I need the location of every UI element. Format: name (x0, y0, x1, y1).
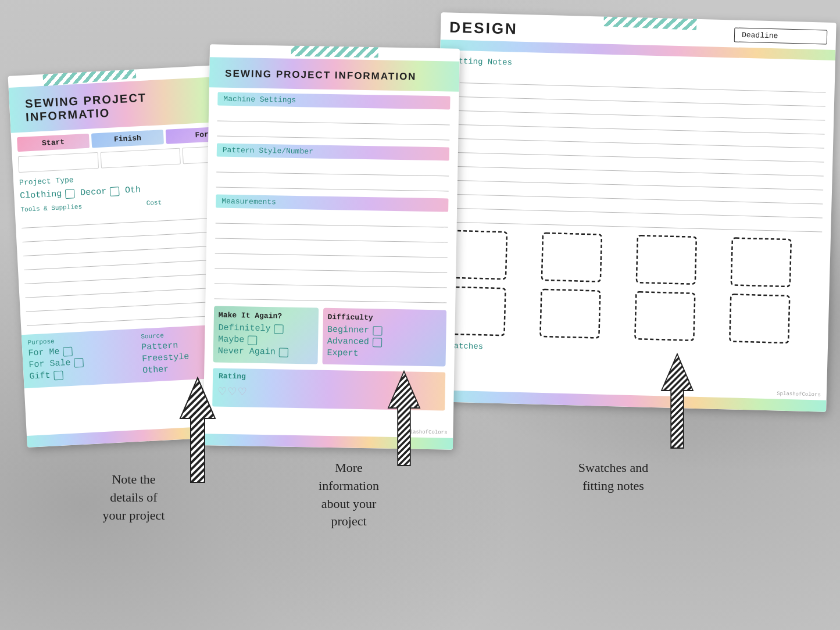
svg-marker-2 (180, 378, 215, 482)
callout-more-info: Moreinformationabout yourproject (285, 459, 413, 531)
decor-checkbox[interactable] (110, 187, 120, 196)
beginner-option[interactable]: Beginner (327, 325, 442, 337)
finish-header: Finish (91, 130, 164, 148)
start-header: Start (17, 134, 90, 152)
for-sale-checkbox[interactable] (74, 357, 84, 367)
maybe-option[interactable]: Maybe (218, 335, 313, 346)
pattern-style-label: Pattern Style/Number (217, 144, 449, 161)
measurements-label: Measurements (216, 195, 448, 212)
swatch-4 (730, 237, 792, 288)
machine-settings-section: Machine Settings (208, 92, 459, 140)
swatch-8 (728, 293, 791, 344)
make-difficulty-row: Make It Again? Definitely Maybe Never Ag… (205, 306, 456, 366)
fitting-lines-area (444, 70, 826, 234)
pattern-style-section: Pattern Style/Number (208, 143, 458, 191)
never-again-option[interactable]: Never Again (218, 346, 313, 358)
beginner-label: Beginner (327, 325, 369, 335)
make-it-again-title: Make It Again? (219, 311, 314, 321)
maybe-checkbox[interactable] (248, 335, 257, 345)
card2-title: SEWING PROJECT INFORMATION (216, 61, 453, 88)
card1-title: SEWING PROJECT INFORMATIO (16, 80, 236, 130)
make-it-again-box: Make It Again? Definitely Maybe Never Ag… (213, 306, 319, 364)
beginner-checkbox[interactable] (373, 326, 382, 335)
design-title: DESIGN (449, 19, 518, 38)
other-label: Oth (125, 185, 141, 195)
gift-checkbox[interactable] (53, 370, 63, 380)
other-option[interactable]: Oth (125, 185, 141, 195)
card3-bottom-gradient (431, 390, 826, 412)
freestyle-label: Freestyle (142, 352, 190, 364)
svg-marker-5 (388, 371, 420, 466)
swatch-3 (635, 234, 698, 285)
advanced-checkbox[interactable] (373, 338, 382, 347)
definitely-label: Definitely (218, 323, 270, 334)
difficulty-title: Difficulty (327, 313, 442, 323)
purpose-col: Purpose For Me For Sale Gift (27, 334, 137, 384)
card3-watermark: SplashofColors (777, 391, 821, 398)
decor-label: Decor (80, 187, 107, 198)
difficulty-box: Difficulty Beginner Advanced Expert (322, 308, 446, 367)
advanced-option[interactable]: Advanced (327, 337, 442, 348)
machine-settings-label: Machine Settings (217, 92, 450, 110)
clothing-label: Clothing (20, 189, 62, 201)
swatch-6 (539, 288, 601, 339)
swatch-7 (634, 291, 696, 342)
arrow-3 (651, 343, 703, 459)
heart-2: ♡ (228, 384, 237, 400)
pattern-label: Pattern (141, 341, 178, 352)
deadline-label: Deadline (742, 31, 778, 41)
callout-note-details: Note thedetails ofyour project (70, 471, 198, 524)
for-me-checkbox[interactable] (63, 346, 73, 356)
never-again-checkbox[interactable] (279, 348, 288, 357)
advanced-label: Advanced (327, 337, 369, 347)
callout-swatches-fitting: Swatches andfitting notes (541, 459, 686, 495)
finish-input[interactable] (100, 148, 181, 169)
decor-option[interactable]: Decor (80, 186, 120, 198)
other-source-label: Other (142, 364, 169, 375)
definitely-checkbox[interactable] (274, 324, 283, 334)
never-again-label: Never Again (218, 346, 276, 357)
swatch-2 (541, 232, 603, 283)
expert-label: Expert (327, 348, 358, 359)
svg-marker-8 (662, 354, 693, 448)
heart-3: ♡ (238, 384, 246, 400)
clothing-checkbox[interactable] (65, 189, 75, 199)
lines-column (456, 70, 826, 233)
gift-label: Gift (29, 371, 51, 382)
fitting-notes-section: Fitting Notes (435, 56, 835, 234)
washi-tape-card2 (291, 44, 378, 58)
measurements-section: Measurements (205, 194, 457, 303)
swatches-grid (432, 223, 831, 351)
cost-label: Cost (146, 196, 208, 207)
deadline-box: Deadline (734, 27, 828, 44)
for-me-label: For Me (28, 347, 60, 359)
expert-option[interactable]: Expert (327, 348, 441, 360)
clothing-option[interactable]: Clothing (20, 188, 75, 201)
definitely-option[interactable]: Definitely (218, 323, 313, 335)
card-3: DESIGN Deadline Fitting Notes (431, 12, 836, 412)
start-input[interactable] (18, 152, 99, 173)
maybe-label: Maybe (218, 335, 244, 345)
for-sale-label: For Sale (28, 358, 71, 370)
